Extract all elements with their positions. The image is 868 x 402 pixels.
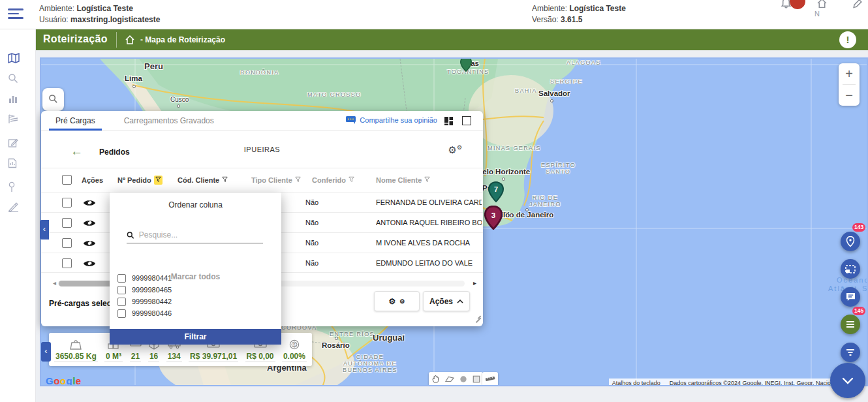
scroll-left-arrow[interactable]: ◂ xyxy=(53,279,56,286)
filter-funnel-icon[interactable] xyxy=(295,176,301,183)
filter-fab[interactable] xyxy=(841,343,860,362)
column-conferido[interactable]: Conferido xyxy=(312,176,354,184)
tab-carregamentos-gravados[interactable]: Carregamentos Gravados xyxy=(110,111,228,131)
map-icon xyxy=(8,53,20,63)
layout-grid-icon[interactable] xyxy=(444,116,454,126)
chat-icon xyxy=(846,292,856,302)
column-n-pedido[interactable]: Nº Pedido xyxy=(117,176,163,185)
map-label-espirito-santo: ESPÍRITO SANTO xyxy=(541,162,576,175)
markers-fab[interactable] xyxy=(841,232,860,251)
map-marker-green[interactable] xyxy=(459,57,473,74)
sidebar-item-search[interactable] xyxy=(8,73,20,85)
map-draw-toolbar xyxy=(429,372,483,386)
toolbar-divider xyxy=(116,32,117,48)
module-toolbar: Roteirização - Mapa de Roteirização ! xyxy=(36,29,868,50)
feedback-icon xyxy=(345,116,356,124)
sidebar-item-reports[interactable] xyxy=(8,158,20,170)
circle-tool-icon[interactable] xyxy=(459,375,467,383)
column-cod-cliente[interactable]: Cód. Cliente xyxy=(178,176,228,184)
maximize-icon[interactable] xyxy=(462,116,471,125)
measure-tool-button[interactable] xyxy=(482,372,498,386)
map-search-button[interactable] xyxy=(42,88,64,111)
map-marker-cluster-3[interactable]: 3 xyxy=(484,206,503,232)
menu-toggle-button[interactable] xyxy=(8,8,25,21)
polygon-tool-icon[interactable] xyxy=(445,375,454,383)
row-checkbox[interactable] xyxy=(62,218,72,228)
side-navigation xyxy=(0,29,36,402)
zoom-out-button[interactable]: − xyxy=(839,85,860,106)
table-settings-button[interactable]: ⚙⚙ xyxy=(448,144,462,156)
view-row-icon[interactable] xyxy=(83,259,96,268)
column-filter-popup: Ordenar coluna Marcar todos 9999980441 9… xyxy=(110,193,281,345)
row-checkbox[interactable] xyxy=(62,238,72,248)
scroll-right-arrow[interactable]: ▸ xyxy=(473,279,476,286)
edit-square-icon xyxy=(8,138,18,148)
option-checkbox[interactable] xyxy=(117,274,126,283)
pan-hand-icon[interactable] xyxy=(431,375,440,384)
option-checkbox[interactable] xyxy=(117,309,126,318)
view-row-icon[interactable] xyxy=(83,198,96,208)
filter-funnel-icon[interactable] xyxy=(424,176,430,183)
feedback-label: Compartilhe sua opinião xyxy=(360,116,437,124)
zoom-in-button[interactable]: + xyxy=(839,63,860,84)
view-row-icon[interactable] xyxy=(83,219,96,228)
filter-funnel-icon[interactable] xyxy=(222,176,228,183)
sidebar-item-map[interactable] xyxy=(8,53,20,65)
filter-option[interactable]: 9999980446 xyxy=(117,307,172,319)
breadcrumb-home-icon[interactable] xyxy=(125,35,135,45)
filter-funnel-icon-active[interactable] xyxy=(154,176,163,185)
map-marker-cluster-7[interactable]: 7 xyxy=(488,181,504,205)
bell-icon[interactable] xyxy=(781,0,792,9)
keyboard-shortcuts-link[interactable]: Atalhos do teclado xyxy=(612,380,660,386)
sidebar-item-analytics[interactable] xyxy=(8,93,20,105)
map-label-sergipe: SERGIPE xyxy=(550,78,583,85)
tab-pre-cargas[interactable]: Pré Cargas xyxy=(41,111,110,131)
map-label-alagoas: ALAGOAS xyxy=(566,59,601,66)
google-logo: Google xyxy=(46,375,82,386)
acoes-button[interactable]: Ações xyxy=(423,291,470,311)
panel-resize-handle[interactable] xyxy=(474,311,481,318)
option-checkbox[interactable] xyxy=(117,286,126,294)
panel-collapse-button[interactable]: ‹ xyxy=(40,220,49,240)
filter-option[interactable]: 9999980442 xyxy=(117,296,172,307)
filter-search-row xyxy=(127,230,263,243)
rectangle-tool-icon[interactable] xyxy=(473,375,480,383)
filter-search-input[interactable] xyxy=(139,230,263,240)
selected-city-label: IPUEIRAS xyxy=(41,146,483,153)
column-acoes: Ações xyxy=(82,176,103,184)
view-row-icon[interactable] xyxy=(83,239,96,248)
sidebar-item-tools[interactable] xyxy=(8,202,20,213)
map-dot-cusco xyxy=(177,104,180,108)
filter-option[interactable]: 9999980441 xyxy=(117,272,172,284)
user-initial-label[interactable]: N xyxy=(814,10,820,18)
stats-collapse-button[interactable]: ‹ xyxy=(41,342,51,362)
list-fab-badge: 145 xyxy=(852,307,865,315)
column-nome-cliente[interactable]: Nome Cliente xyxy=(376,176,430,184)
row-checkbox[interactable] xyxy=(62,198,72,208)
row-checkbox[interactable] xyxy=(62,258,72,268)
map-label-belo-horizonte: Belo Horizonte xyxy=(477,168,530,176)
expand-panel-fab[interactable] xyxy=(830,363,865,398)
chat-fab[interactable] xyxy=(841,287,860,307)
filter-funnel-icon[interactable] xyxy=(349,176,354,183)
map-label-bahia: BAHIA xyxy=(515,87,537,94)
area-select-fab[interactable] xyxy=(841,259,860,279)
edit-icon[interactable] xyxy=(852,0,863,9)
select-all-checkbox[interactable] xyxy=(62,175,72,185)
location-pin-icon xyxy=(846,236,855,247)
footer-settings-button[interactable]: ⚙⚙ xyxy=(374,291,420,311)
module-title: Roteirização xyxy=(43,33,108,45)
option-checkbox[interactable] xyxy=(117,298,126,306)
apply-filter-button[interactable]: Filtrar xyxy=(110,329,281,345)
sidebar-item-milestones[interactable] xyxy=(8,114,20,125)
feedback-link[interactable]: Compartilhe sua opinião xyxy=(345,116,437,124)
filter-option[interactable]: 9999980465 xyxy=(117,284,172,296)
alerts-button[interactable]: ! xyxy=(839,31,856,48)
list-fab[interactable] xyxy=(841,315,860,334)
sidebar-item-locations[interactable] xyxy=(8,181,20,193)
map-label-rosario: Rosário xyxy=(322,341,350,349)
column-tipo-cliente[interactable]: Tipo Cliente xyxy=(251,176,301,184)
sidebar-item-edit[interactable] xyxy=(8,138,20,149)
map-label-uruguai: Uruguai xyxy=(373,333,405,343)
home-icon[interactable] xyxy=(816,0,828,9)
